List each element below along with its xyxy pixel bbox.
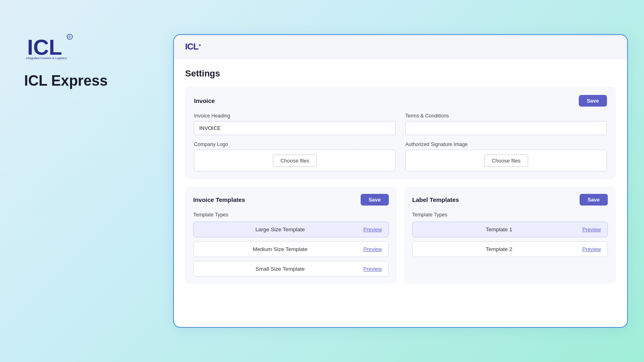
label-templates-section: Label Templates Save Template Types Temp…: [404, 187, 616, 284]
invoice-templates-header: Invoice Templates Save: [193, 194, 389, 206]
invoice-template-preview-2[interactable]: Preview: [363, 266, 382, 272]
invoice-template-item-1[interactable]: Medium Size Template Preview: [193, 241, 389, 257]
invoice-templates-section: Invoice Templates Save Template Types La…: [185, 187, 397, 284]
company-logo-upload-area: Choose files: [194, 150, 396, 171]
invoice-heading-group: Invoice Heading: [194, 113, 396, 135]
left-panel: ICL ® Integrated Couriers & Logistics IC…: [24, 32, 107, 89]
settings-title: Settings: [185, 68, 616, 79]
invoice-template-label-1: Medium Size Template: [200, 246, 360, 252]
terms-input[interactable]: [405, 121, 607, 135]
invoice-template-list: Large Size Template Preview Medium Size …: [193, 222, 389, 277]
invoice-title: Invoice: [194, 97, 215, 104]
label-template-item-1[interactable]: Template 2 Preview: [412, 241, 608, 257]
header-logo: ICL: [185, 41, 201, 52]
terms-label: Terms & Conditions: [405, 113, 607, 119]
auth-signature-group: Authorized Signature Image Choose files: [405, 142, 607, 171]
auth-signature-label: Authorized Signature Image: [405, 142, 607, 147]
auth-signature-upload-area: Choose files: [405, 150, 607, 171]
templates-row: Invoice Templates Save Template Types La…: [185, 187, 616, 284]
invoice-heading-input[interactable]: [194, 121, 396, 135]
label-template-list: Template 1 Preview Template 2 Preview: [412, 222, 608, 257]
company-logo-group: Company Logo Choose files: [194, 142, 396, 171]
company-logo-choose-files-button[interactable]: Choose files: [273, 154, 317, 167]
card-header: ICL: [174, 35, 627, 59]
invoice-template-item-0[interactable]: Large Size Template Preview: [193, 222, 389, 237]
label-template-types-label: Template Types: [412, 212, 608, 218]
icl-logo: ICL ® Integrated Couriers & Logistics: [24, 32, 76, 60]
label-template-preview-1[interactable]: Preview: [582, 246, 601, 252]
label-templates-title: Label Templates: [412, 196, 459, 203]
company-logo-label: Company Logo: [194, 142, 396, 147]
auth-signature-choose-files-button[interactable]: Choose files: [484, 154, 528, 167]
app-title: ICL Express: [24, 72, 107, 89]
invoice-template-preview-0[interactable]: Preview: [363, 226, 382, 232]
invoice-template-item-2[interactable]: Small Size Template Preview: [193, 261, 389, 277]
invoice-templates-save-button[interactable]: Save: [361, 194, 389, 206]
label-template-preview-0[interactable]: Preview: [582, 226, 601, 232]
svg-text:Integrated Couriers & Logistic: Integrated Couriers & Logistics: [26, 56, 67, 60]
invoice-heading-label: Invoice Heading: [194, 113, 396, 119]
invoice-save-button[interactable]: Save: [579, 95, 607, 107]
label-templates-header: Label Templates Save: [412, 194, 608, 206]
invoice-form-grid: Invoice Heading Terms & Conditions Compa…: [194, 113, 607, 171]
label-template-label-1: Template 2: [419, 246, 579, 252]
invoice-section-header: Invoice Save: [194, 95, 607, 107]
terms-group: Terms & Conditions: [405, 113, 607, 135]
svg-text:®: ®: [68, 35, 71, 39]
logo-container: ICL ® Integrated Couriers & Logistics: [24, 32, 107, 60]
invoice-template-preview-1[interactable]: Preview: [363, 246, 382, 252]
label-templates-save-button[interactable]: Save: [580, 194, 608, 206]
card-body: Settings Invoice Save Invoice Heading Te…: [174, 59, 627, 294]
invoice-template-label-2: Small Size Template: [200, 266, 360, 272]
invoice-template-label-0: Large Size Template: [200, 226, 360, 232]
main-card: ICL Settings Invoice Save Invoice Headin…: [173, 34, 628, 328]
svg-text:ICL: ICL: [27, 35, 62, 59]
invoice-templates-title: Invoice Templates: [193, 196, 245, 203]
label-template-label-0: Template 1: [419, 226, 579, 232]
invoice-section: Invoice Save Invoice Heading Terms & Con…: [185, 87, 616, 179]
label-template-item-0[interactable]: Template 1 Preview: [412, 222, 608, 237]
invoice-template-types-label: Template Types: [193, 212, 389, 218]
